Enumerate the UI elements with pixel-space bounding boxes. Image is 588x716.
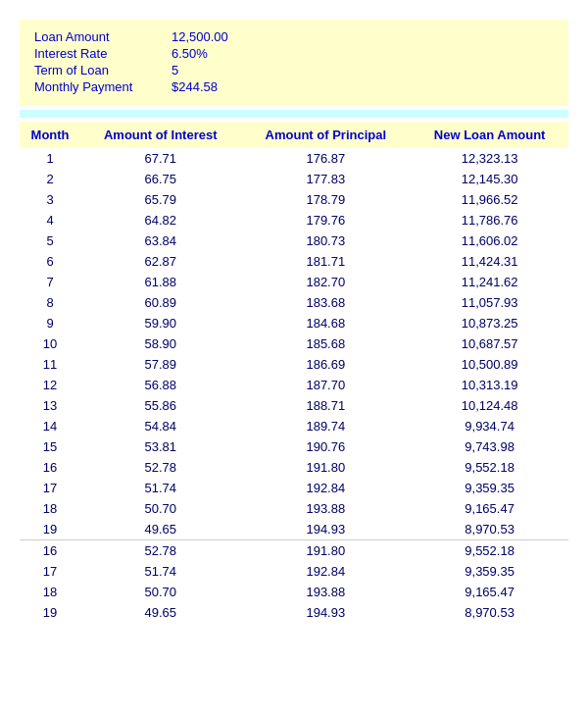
cell-principal: 182.70: [240, 272, 411, 292]
cell-month: 3: [20, 189, 80, 210]
cell-month: 2: [20, 169, 80, 189]
cell-interest: 56.88: [80, 375, 240, 395]
table-row: 1949.65194.938,970.53: [20, 602, 568, 623]
cell-principal: 183.68: [240, 292, 411, 313]
cell-new-loan: 11,786.76: [411, 210, 568, 230]
cell-principal: 178.79: [240, 189, 411, 210]
table-row: 1949.65194.938,970.53: [20, 519, 568, 540]
cell-interest: 63.84: [80, 230, 240, 251]
cell-month: 18: [20, 498, 80, 519]
table-row: 266.75177.8312,145.30: [20, 169, 568, 189]
cell-principal: 189.74: [240, 416, 411, 436]
cell-month: 17: [20, 478, 80, 498]
monthly-payment-row: Monthly Payment $244.58: [34, 79, 554, 94]
main-container: Loan Amount 12,500.00 Interest Rate 6.50…: [20, 20, 568, 623]
table-row: 563.84180.7311,606.02: [20, 230, 568, 251]
table-row: 1850.70193.889,165.47: [20, 582, 568, 602]
cell-new-loan: 11,966.52: [411, 189, 568, 210]
cell-new-loan: 10,124.48: [411, 395, 568, 416]
cell-interest: 67.71: [80, 148, 240, 169]
cell-interest: 57.89: [80, 354, 240, 375]
cell-month: 15: [20, 436, 80, 457]
cell-principal: 193.88: [240, 498, 411, 519]
table-row: 1850.70193.889,165.47: [20, 498, 568, 519]
interest-rate-row: Interest Rate 6.50%: [34, 46, 554, 61]
cell-principal: 184.68: [240, 313, 411, 333]
loan-amount-value: 12,500.00: [172, 29, 228, 44]
cell-interest: 66.75: [80, 169, 240, 189]
table-row: 1157.89186.6910,500.89: [20, 354, 568, 375]
cell-new-loan: 12,145.30: [411, 169, 568, 189]
cell-new-loan: 8,970.53: [411, 602, 568, 623]
cell-interest: 55.86: [80, 395, 240, 416]
cell-new-loan: 11,057.93: [411, 292, 568, 313]
table-row: 1751.74192.849,359.35: [20, 561, 568, 582]
cell-new-loan: 9,359.35: [411, 561, 568, 582]
table-row: 365.79178.7911,966.52: [20, 189, 568, 210]
monthly-payment-value: $244.58: [172, 79, 218, 94]
table-header-row: Month Amount of Interest Amount of Princ…: [20, 122, 568, 148]
cell-interest: 60.89: [80, 292, 240, 313]
cell-month: 1: [20, 148, 80, 169]
col-new-loan: New Loan Amount: [411, 122, 568, 148]
cell-month: 4: [20, 210, 80, 230]
cell-month: 6: [20, 251, 80, 272]
cell-interest: 58.90: [80, 333, 240, 354]
cell-interest: 61.88: [80, 272, 240, 292]
term-label: Term of Loan: [34, 63, 172, 77]
cell-interest: 62.87: [80, 251, 240, 272]
cell-interest: 53.81: [80, 436, 240, 457]
cell-month: 7: [20, 272, 80, 292]
cell-principal: 176.87: [240, 148, 411, 169]
cell-interest: 50.70: [80, 498, 240, 519]
table-row: 1751.74192.849,359.35: [20, 478, 568, 498]
cell-principal: 192.84: [240, 478, 411, 498]
cell-month: 8: [20, 292, 80, 313]
cell-interest: 59.90: [80, 313, 240, 333]
cell-new-loan: 11,606.02: [411, 230, 568, 251]
col-interest: Amount of Interest: [80, 122, 240, 148]
cell-month: 18: [20, 582, 80, 602]
cell-new-loan: 8,970.53: [411, 519, 568, 540]
table-row: 1355.86188.7110,124.48: [20, 395, 568, 416]
table-row: 1553.81190.769,743.98: [20, 436, 568, 457]
cell-month: 9: [20, 313, 80, 333]
cell-new-loan: 9,934.74: [411, 416, 568, 436]
table-row: 860.89183.6811,057.93: [20, 292, 568, 313]
interest-rate-label: Interest Rate: [34, 46, 172, 61]
interest-rate-value: 6.50%: [172, 46, 208, 61]
cell-month: 14: [20, 416, 80, 436]
cell-principal: 192.84: [240, 561, 411, 582]
monthly-payment-label: Monthly Payment: [34, 79, 172, 94]
cell-new-loan: 9,552.18: [411, 540, 568, 562]
table-row: 959.90184.6810,873.25: [20, 313, 568, 333]
cell-principal: 188.71: [240, 395, 411, 416]
cell-interest: 65.79: [80, 189, 240, 210]
cell-new-loan: 10,873.25: [411, 313, 568, 333]
cell-new-loan: 12,323.13: [411, 148, 568, 169]
cell-new-loan: 9,165.47: [411, 498, 568, 519]
table-row: 1652.78191.809,552.18: [20, 457, 568, 478]
cell-new-loan: 9,165.47: [411, 582, 568, 602]
cell-month: 5: [20, 230, 80, 251]
cell-month: 17: [20, 561, 80, 582]
cell-interest: 49.65: [80, 519, 240, 540]
spacer: [20, 110, 568, 118]
table-row: 464.82179.7611,786.76: [20, 210, 568, 230]
col-principal: Amount of Principal: [240, 122, 411, 148]
cell-interest: 51.74: [80, 478, 240, 498]
cell-month: 19: [20, 602, 80, 623]
cell-principal: 194.93: [240, 602, 411, 623]
cell-new-loan: 9,359.35: [411, 478, 568, 498]
table-row: 662.87181.7111,424.31: [20, 251, 568, 272]
cell-month: 16: [20, 540, 80, 562]
cell-principal: 185.68: [240, 333, 411, 354]
cell-interest: 54.84: [80, 416, 240, 436]
cell-new-loan: 11,241.62: [411, 272, 568, 292]
term-row: Term of Loan 5: [34, 63, 554, 77]
cell-interest: 52.78: [80, 457, 240, 478]
table-row: 1454.84189.749,934.74: [20, 416, 568, 436]
cell-interest: 64.82: [80, 210, 240, 230]
cell-principal: 191.80: [240, 540, 411, 562]
amortization-table: Month Amount of Interest Amount of Princ…: [20, 122, 568, 623]
